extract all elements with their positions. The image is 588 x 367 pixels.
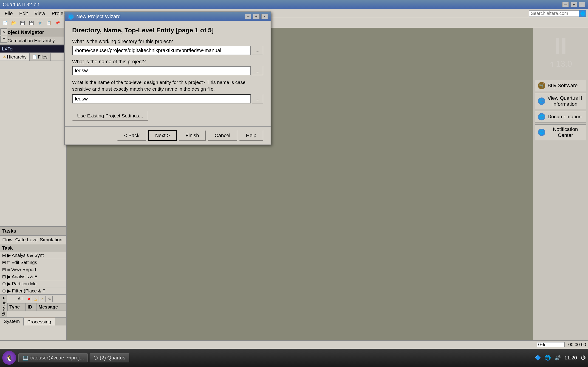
messages-content: Messages × ≡ All ✕ [0,295,66,317]
error-icon[interactable]: ✕ [26,296,32,302]
side-icons: × ≡ [0,28,8,43]
cancel-button[interactable]: Cancel [208,130,237,141]
left-panel: Project Navigator ⚠ Compilation Hierarch… [0,28,67,340]
warning-small-icon: ⚠ [3,55,6,59]
working-dir-label: What is the working directory for this p… [72,39,263,44]
main-title-bar: Quartus II 32-bit ─ + × [0,0,588,9]
terminal-icon: 💻 [22,355,28,361]
dialog-close-button[interactable]: × [261,14,268,19]
documentation-button[interactable]: 🌐 Documentation [535,111,586,123]
entity-input[interactable] [72,94,251,103]
working-dir-browse-button[interactable]: ... [252,46,263,55]
menu-view[interactable]: View [32,10,48,17]
toolbar-copy-btn[interactable]: 📋 [44,19,53,27]
message-col-header: Message [36,303,66,311]
project-name-input-row: ... [72,66,263,75]
globe-icon-3: 🌐 [538,129,545,136]
project-name-label: What is the name of this project? [72,59,263,65]
taskbar-start-button[interactable]: 🐧 [2,351,16,365]
dialog-title: New Project Wizard [76,14,121,19]
project-navigator-header: Project Navigator [0,28,66,37]
project-name-input[interactable] [72,66,251,75]
files-tab[interactable]: 📄 Files [30,53,51,60]
task-table: Task ⊟ ▶ Analysis & Synt ⊟ □ Edit Settin… [0,244,66,294]
messages-toolbar: × ≡ All ✕ △ ⚠ ✎ [7,295,66,303]
taskbar-terminal-item[interactable]: 💻 caeuser@vcae: ~/proj... [18,353,88,362]
task-row: ⊟ ≡ View Report [0,266,66,273]
dialog-maximize-button[interactable]: + [253,14,259,19]
working-dir-input[interactable] [72,46,251,55]
globe-icon-1: 🌐 [538,98,545,105]
status-bar: 0% 00:00:00 [0,340,588,349]
toolbar-new-btn[interactable]: 📄 [1,19,9,27]
warning-msg-icon[interactable]: △ [33,296,39,302]
dialog-footer: < Back Next > Finish Cancel Help [65,126,271,144]
filter-icon[interactable]: ✎ [47,296,52,302]
cart-icon: 🛒 [538,82,545,89]
toolbar-save-all-btn[interactable]: 💾 [27,19,35,27]
task-row: ⊟ ▶ Analysis & Synt [0,252,66,259]
desktop: Quartus II 32-bit ─ + × File Edit View P… [0,0,588,367]
task-row: ⊕ ▶ Fitter (Place & F [0,287,66,294]
next-button[interactable]: Next > [148,130,177,141]
maximize-button[interactable]: + [571,2,577,7]
finish-button[interactable]: Finish [179,130,206,141]
title-bar-buttons: ─ + × [562,2,585,7]
entity-description: What is the name of the top-level design… [72,79,263,92]
entity-browse-button[interactable]: ... [252,94,263,103]
search-globe-icon: 🌐 [579,10,586,17]
back-button[interactable]: < Back [117,130,147,141]
menu-file[interactable]: File [2,10,15,17]
toolbar-cut-btn[interactable]: ✂️ [36,19,44,27]
close-button[interactable]: × [579,2,585,7]
toolbar-paste-btn[interactable]: 📌 [53,19,61,27]
entity-input-row: ... [72,94,263,103]
use-existing-button[interactable]: Use Existing Project Settings... [72,111,148,121]
help-button[interactable]: Help [239,130,263,141]
toolbar-save-btn[interactable]: 💾 [18,19,27,27]
taskbar-clock: 11:20 [564,355,577,361]
network-icon: 🌐 [545,355,551,361]
task-row: ⊕ ▶ Partition Mer [0,280,66,287]
progress-indicator: 0% [537,342,565,347]
all-button[interactable]: All [15,296,25,302]
search-input[interactable] [529,10,579,17]
compilation-hierarchy-tab[interactable]: ⚠ Compilation Hierarchy [0,37,66,44]
menu-edit[interactable]: Edit [16,10,31,17]
working-dir-group: What is the working directory for this p… [72,39,263,55]
view-quartus-button[interactable]: 🌐 View Quartus IIInformation [535,93,586,109]
hierarchy-files-tabs: ⚠ Hierarchy 📄 Files [0,53,66,61]
system-tab[interactable]: System [0,318,24,325]
quartus-version: n 13.0 [535,59,586,69]
notification-center-button[interactable]: 🌐 Notification Center [535,124,586,140]
task-row: ⊟ □ Edit Settings [0,259,66,266]
entity-group: What is the name of the top-level design… [72,79,263,103]
messages-vertical-label: Messages [0,295,7,317]
messages-panel: Messages × ≡ All ✕ [0,294,66,340]
project-name-browse-button[interactable]: ... [252,66,263,75]
id-col-header: ID [26,303,36,311]
hierarchy-tab[interactable]: ⚠ Hierarchy [0,53,30,60]
taskbar: 🐧 💻 caeuser@vcae: ~/proj... ⬡ (2) Quartu… [0,349,588,367]
dialog-title-buttons: ─ + × [245,14,268,19]
taskbar-quartus-item[interactable]: ⬡ (2) Quartus [90,353,129,362]
time-display: 00:00:00 [568,342,586,347]
messages-btns: All ✕ △ ⚠ ✎ [15,296,52,302]
task-row: ⊟ ▶ Analysis & E [0,273,66,280]
dialog-content: Directory, Name, Top-Level Entity [page … [65,21,271,126]
dialog-title-icon: 🌐 [68,13,74,20]
tasks-header: Tasks [0,227,66,236]
dialog-minimize-button[interactable]: ─ [245,14,251,19]
processing-tab[interactable]: Processing [24,318,55,325]
buy-software-button[interactable]: 🛒 Buy Software [535,80,586,91]
new-project-wizard-dialog: 🌐 New Project Wizard ─ + × Directory, Na… [64,11,271,145]
working-dir-input-row: ... [72,46,263,55]
bluetooth-icon: 🔷 [535,355,541,361]
messages-table: Type ID Message [7,303,66,311]
toolbar-open-btn[interactable]: 📂 [10,19,18,27]
minimize-button[interactable]: ─ [562,2,569,7]
side-icon-x[interactable]: × [0,28,7,35]
hierarchy-content [0,61,66,226]
side-icon-msg[interactable]: ≡ [0,36,7,43]
info-icon[interactable]: ⚠ [40,296,46,302]
